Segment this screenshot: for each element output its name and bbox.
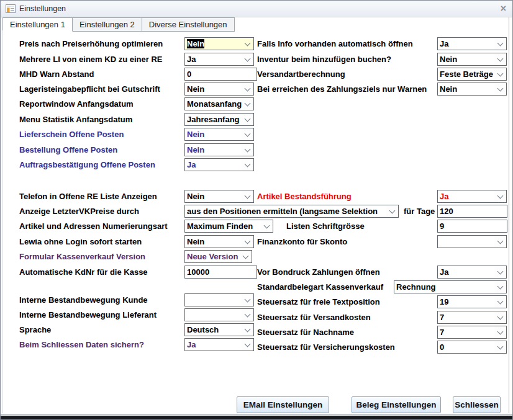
- tab-einstellungen-1[interactable]: Einstellungen 1: [2, 17, 73, 32]
- label-steuersatz-textposition: Steuersatz für freie Textposition: [257, 295, 380, 308]
- select-finanzkonto-skonto[interactable]: [437, 235, 507, 248]
- window-titlebar: Einstellungen ×: [1, 1, 512, 17]
- label-steuersatz-versicherungskosten: Steuersatz für Versicherungskosten: [257, 341, 395, 354]
- chevron-down-icon: [494, 341, 506, 353]
- chevron-down-icon: [494, 83, 506, 95]
- chevron-down-icon: [242, 38, 253, 50]
- chevron-down-icon: [242, 53, 253, 65]
- label-mehrere-li: Mehrere LI von einem KD zu einer RE: [19, 53, 162, 66]
- chevron-down-icon: [494, 326, 506, 338]
- form-icon: [6, 4, 16, 13]
- label-steuersatz-nachname: Steuersatz für Nachname: [257, 326, 354, 339]
- select-lieferschein-offene-posten[interactable]: Nein: [184, 128, 254, 141]
- select-beim-schliessen-daten-sichern[interactable]: Ja: [184, 338, 254, 351]
- chevron-down-icon: [494, 296, 506, 308]
- close-icon[interactable]: ×: [501, 1, 506, 17]
- label-mhd-warn-abstand: MHD Warn Abstand: [19, 68, 94, 81]
- label-artikel-bestandsfuehrung: Artikel Bestandsführung: [257, 190, 352, 203]
- label-versandartberechnung: Versandartberechnung: [257, 68, 345, 81]
- select-menu-statistik-anfangsdatum[interactable]: Jahresanfang: [184, 113, 254, 126]
- select-lageristeingabepflicht[interactable]: Nein: [184, 83, 254, 96]
- select-steuersatz-versandkosten[interactable]: 7: [437, 311, 507, 324]
- select-reportwindow-anfangsdatum[interactable]: Monatsanfang: [184, 97, 254, 110]
- chevron-down-icon: [494, 38, 506, 50]
- window-title: Einstellungen: [19, 1, 66, 17]
- select-falls-info-vorhanden[interactable]: Ja: [437, 37, 507, 50]
- label-telefon-offene-re: Telefon in Offene RE Liste Anzeigen: [19, 190, 157, 203]
- label-finanzkonto-skonto: Finanzkonto für Skonto: [257, 235, 347, 248]
- select-numerierungsart[interactable]: Maximum Finden: [184, 220, 273, 233]
- chevron-down-icon: [242, 98, 253, 110]
- label-lageristeingabepflicht: Lageristeingabepflicht bei Gutschrift: [19, 83, 160, 96]
- label-interne-bestandbewegung-lieferant: Interne Bestandbewegung Lieferant: [19, 308, 157, 321]
- select-anzeige-letztervkpreise[interactable]: aus den Positionen ermitteln (langsame S…: [184, 205, 399, 218]
- label-steuersatz-versandkosten: Steuersatz für Versandkosten: [257, 311, 371, 324]
- chevron-down-icon: [494, 236, 506, 248]
- label-preis-optimieren: Preis nach Preiserhöhung optimieren: [19, 37, 163, 50]
- label-numerierungsart: Artikel und Adressen Numerierungsart: [19, 220, 168, 233]
- select-zahlungsziel-nur-warnen[interactable]: Nein: [437, 83, 507, 96]
- select-sprache[interactable]: Deutsch: [184, 323, 254, 336]
- chevron-down-icon: [242, 83, 253, 95]
- label-fuer-tage: für Tage: [404, 205, 435, 218]
- window-left-edge: [2, 30, 3, 413]
- chevron-down-icon: [242, 339, 253, 351]
- label-standardbelegart-kassenverkauf: Standardbelegart Kassenverkauf: [257, 280, 383, 293]
- chevron-down-icon: [242, 190, 253, 202]
- window-bottom-line: [1, 414, 512, 415]
- select-standardbelegart-kassenverkauf[interactable]: Rechnung: [394, 280, 507, 293]
- tab-diverse-einstellungen[interactable]: Diverse Einstellungen: [142, 17, 235, 32]
- settings-window: Einstellungen × Einstellungen 1 Einstell…: [0, 0, 513, 420]
- tab-einstellungen-2[interactable]: Einstellungen 2: [73, 17, 142, 32]
- select-auftragsbestaetigung-offene-posten[interactable]: Ja: [184, 158, 254, 171]
- label-automatische-kdnr: Automatische KdNr für die Kasse: [19, 266, 148, 279]
- select-mehrere-li[interactable]: Ja: [184, 53, 254, 66]
- beleg-einstellungen-button[interactable]: Beleg Einstellungen: [352, 396, 441, 413]
- select-artikel-bestandsfuehrung[interactable]: Ja: [437, 190, 507, 203]
- chevron-down-icon: [242, 324, 253, 336]
- label-lewia-ohne-login: Lewia ohne Login sofort starten: [19, 235, 142, 248]
- chevron-down-icon: [494, 190, 506, 202]
- chevron-down-icon: [386, 205, 398, 217]
- chevron-down-icon: [261, 220, 273, 232]
- label-zahlungsziel-nur-warnen: Bei erreichen des Zahlungsziels nur Warn…: [257, 83, 427, 96]
- input-mhd-warn-abstand[interactable]: [184, 68, 257, 81]
- label-vor-bondruck-zahlungen: Vor Bondruck Zahlungen öffnen: [257, 266, 380, 279]
- chevron-down-icon: [494, 281, 506, 293]
- select-telefon-offene-re[interactable]: Nein: [184, 190, 254, 203]
- window-right-edge: [509, 17, 509, 413]
- select-bestellung-offene-posten[interactable]: Nein: [184, 143, 254, 156]
- select-interne-bestandbewegung-kunde[interactable]: [184, 293, 254, 306]
- select-steuersatz-nachname[interactable]: 7: [437, 326, 507, 339]
- chevron-down-icon: [242, 159, 253, 171]
- input-fuer-tage[interactable]: [437, 205, 507, 218]
- select-versandartberechnung[interactable]: Feste Beträge: [437, 68, 507, 81]
- select-preis-optimieren[interactable]: Nein: [184, 37, 254, 50]
- chevron-down-icon: [494, 53, 506, 65]
- chevron-down-icon: [242, 114, 253, 125]
- label-interne-bestandbewegung-kunde: Interne Bestandbewegung Kunde: [19, 293, 148, 306]
- label-menu-statistik-anfangsdatum: Menu Statistik Anfangsdatum: [19, 113, 132, 126]
- window-bottom-edge: [1, 416, 512, 419]
- label-anzeige-letztervkpreise: Anzeige LetzterVKPreise durch: [19, 205, 139, 218]
- select-lewia-ohne-login[interactable]: Nein: [184, 235, 254, 248]
- schliessen-button[interactable]: Schliessen: [453, 396, 501, 413]
- chevron-down-icon: [242, 128, 253, 140]
- chevron-down-icon: [494, 266, 506, 278]
- label-reportwindow-anfangsdatum: Reportwindow Anfangsdatum: [19, 97, 134, 110]
- email-einstellungen-button[interactable]: EMail Einstellungen: [237, 396, 329, 413]
- chevron-down-icon: [494, 311, 506, 323]
- input-listen-schriftgroesse[interactable]: [437, 220, 507, 233]
- select-steuersatz-textposition[interactable]: 19: [437, 295, 507, 308]
- chevron-down-icon: [242, 294, 253, 306]
- select-steuersatz-versicherungskosten[interactable]: 0: [437, 341, 507, 354]
- chevron-down-icon: [242, 144, 253, 156]
- label-falls-info-vorhanden: Falls Info vorhanden automatisch öffnen: [257, 37, 413, 50]
- select-formular-kassenverkauf-version[interactable]: Neue Version: [184, 250, 252, 263]
- input-automatische-kdnr[interactable]: [184, 266, 257, 279]
- chevron-down-icon: [494, 68, 506, 80]
- select-inventur-beim-hinzufuegen[interactable]: Nein: [437, 53, 507, 66]
- chevron-down-icon: [240, 251, 252, 262]
- select-vor-bondruck-zahlungen[interactable]: Ja: [437, 266, 507, 279]
- select-interne-bestandbewegung-lieferant[interactable]: [184, 308, 254, 321]
